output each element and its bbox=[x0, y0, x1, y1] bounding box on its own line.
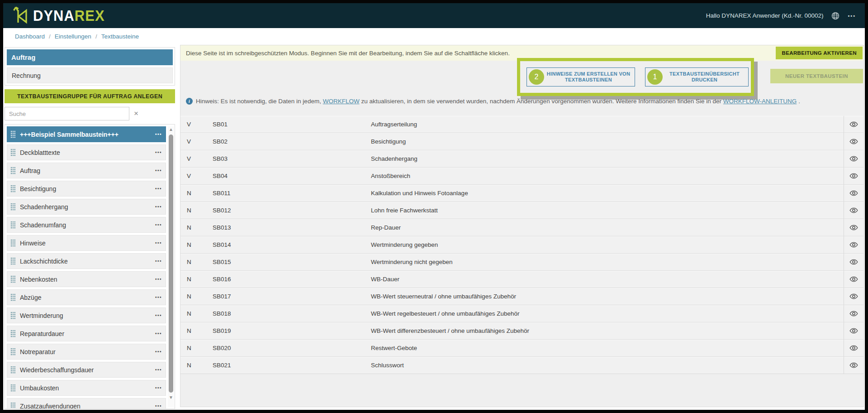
sidebar-list-item[interactable]: Abzüge ••• bbox=[7, 289, 166, 305]
table-row[interactable]: V SB04 Anstoßbereich bbox=[180, 168, 863, 185]
drag-handle-icon[interactable] bbox=[10, 257, 15, 265]
table-row[interactable]: N SB013 Rep-Dauer bbox=[180, 219, 863, 236]
preview-eye-button[interactable] bbox=[844, 340, 863, 356]
preview-eye-button[interactable] bbox=[844, 219, 863, 236]
drag-handle-icon[interactable] bbox=[10, 203, 15, 211]
drag-handle-icon[interactable] bbox=[10, 312, 15, 319]
table-row[interactable]: N SB011 Kalkulation und Hinweis Fotoanla… bbox=[180, 185, 863, 202]
item-options-icon[interactable]: ••• bbox=[155, 349, 162, 354]
preview-eye-button[interactable] bbox=[844, 305, 863, 322]
item-options-icon[interactable]: ••• bbox=[155, 168, 162, 173]
preview-eye-button[interactable] bbox=[844, 271, 863, 288]
drag-handle-icon[interactable] bbox=[10, 149, 15, 156]
breadcrumb-einstellungen[interactable]: Einstellungen bbox=[55, 33, 91, 40]
item-options-icon[interactable]: ••• bbox=[155, 259, 162, 264]
scrollbar-thumb[interactable] bbox=[169, 134, 173, 393]
search-input[interactable] bbox=[5, 107, 129, 120]
table-row[interactable]: N SB021 Schlusswort bbox=[180, 357, 863, 374]
item-options-icon[interactable]: ••• bbox=[155, 240, 162, 245]
sidebar-list-item[interactable]: Wiederbeschaffungsdauer ••• bbox=[7, 362, 166, 378]
language-globe-icon[interactable] bbox=[831, 12, 840, 20]
breadcrumb-textbausteine[interactable]: Textbausteine bbox=[101, 33, 139, 40]
sidebar-list-item[interactable]: Zusatzaufwendungen ••• bbox=[7, 398, 166, 409]
item-options-icon[interactable]: ••• bbox=[155, 385, 162, 390]
table-row[interactable]: N SB014 Wertminderung gegeben bbox=[180, 236, 863, 254]
drag-handle-icon[interactable] bbox=[10, 402, 15, 409]
sidebar-list-item[interactable]: Umbaukosten ••• bbox=[7, 380, 166, 396]
preview-eye-button[interactable] bbox=[844, 116, 863, 133]
drag-handle-icon[interactable] bbox=[10, 185, 15, 192]
clear-search-button[interactable]: × bbox=[129, 107, 143, 120]
item-options-icon[interactable]: ••• bbox=[155, 277, 162, 282]
sidebar-list-item[interactable]: Reparaturdauer ••• bbox=[7, 326, 166, 341]
preview-eye-button[interactable] bbox=[844, 133, 863, 150]
group-selector: Auftrag Rechnung bbox=[5, 47, 175, 86]
scroll-up-icon[interactable]: ▲ bbox=[168, 126, 174, 133]
activate-editing-button[interactable]: Bearbeitung aktivieren bbox=[776, 47, 863, 59]
table-row[interactable]: V SB02 Besichtigung bbox=[180, 133, 863, 150]
sidebar-list-item[interactable]: Schadenumfang ••• bbox=[7, 217, 166, 233]
header-overflow-menu-icon[interactable]: ••• bbox=[848, 13, 856, 19]
sidebar-list-item[interactable]: Hinweise ••• bbox=[7, 235, 166, 251]
drag-handle-icon[interactable] bbox=[10, 275, 15, 283]
sidebar-scrollbar[interactable]: ▲ ▼ bbox=[168, 126, 174, 407]
table-row[interactable]: N SB015 Wertminderung nicht gegeben bbox=[180, 254, 863, 271]
item-options-icon[interactable]: ••• bbox=[155, 222, 162, 227]
drag-handle-icon[interactable] bbox=[10, 239, 15, 247]
sidebar-list-item[interactable]: Nebenkosten ••• bbox=[7, 271, 166, 287]
preview-eye-button[interactable] bbox=[844, 357, 863, 374]
item-options-icon[interactable]: ••• bbox=[155, 204, 162, 209]
table-row[interactable]: V SB01 Auftragserteilung bbox=[180, 116, 863, 133]
sidebar-list-item[interactable]: Besichtigung ••• bbox=[7, 181, 166, 197]
drag-handle-icon[interactable] bbox=[10, 348, 15, 355]
breadcrumb-dashboard[interactable]: Dashboard bbox=[15, 33, 45, 40]
item-options-icon[interactable]: ••• bbox=[155, 132, 162, 137]
item-options-icon[interactable]: ••• bbox=[155, 403, 162, 408]
table-row[interactable]: N SB016 WB-Dauer bbox=[180, 271, 863, 288]
sidebar-list-item[interactable]: Auftrag ••• bbox=[7, 163, 166, 178]
preview-eye-button[interactable] bbox=[844, 254, 863, 270]
table-row[interactable]: N SB017 WB-Wert steuerneutral / ohne umb… bbox=[180, 288, 863, 305]
table-row[interactable]: N SB020 Restwert-Gebote bbox=[180, 340, 863, 357]
preview-eye-button[interactable] bbox=[844, 288, 863, 305]
sidebar-list-item[interactable]: +++Beispiel Sammelbaustein+++ ••• bbox=[7, 126, 166, 142]
table-row[interactable]: N SB018 WB-Wert regelbesteuert / ohne um… bbox=[180, 305, 863, 322]
preview-eye-button[interactable] bbox=[844, 150, 863, 167]
create-textblock-group-button[interactable]: Textbausteingruppe für Auftrag anlegen bbox=[5, 89, 175, 103]
print-textblock-overview-button[interactable]: 1 Textbausteinübersicht drucken bbox=[645, 67, 749, 86]
workflow-link[interactable]: WORKFLOW bbox=[323, 98, 360, 105]
workflow-anleitung-link[interactable]: WORKFLOW-ANLEITUNG bbox=[723, 98, 797, 105]
drag-handle-icon[interactable] bbox=[10, 293, 15, 301]
dynarex-logo[interactable]: DYNAREX bbox=[12, 5, 105, 26]
new-textblock-button[interactable]: Neuer Textbaustein bbox=[770, 69, 863, 83]
preview-eye-button[interactable] bbox=[844, 202, 863, 219]
preview-eye-button[interactable] bbox=[844, 185, 863, 202]
sidebar-list-item[interactable]: Schadenhergang ••• bbox=[7, 199, 166, 215]
drag-handle-icon[interactable] bbox=[10, 330, 15, 337]
item-options-icon[interactable]: ••• bbox=[155, 367, 162, 372]
drag-handle-icon[interactable] bbox=[10, 384, 15, 392]
drag-handle-icon[interactable] bbox=[10, 221, 15, 229]
preview-eye-button[interactable] bbox=[844, 168, 863, 184]
item-options-icon[interactable]: ••• bbox=[155, 295, 162, 300]
table-row[interactable]: N SB019 WB-Wert differenzbesteuert / ohn… bbox=[180, 322, 863, 340]
preview-eye-button[interactable] bbox=[844, 322, 863, 339]
sidebar-list-item[interactable]: Lackschichtdicke ••• bbox=[7, 253, 166, 269]
item-options-icon[interactable]: ••• bbox=[155, 331, 162, 336]
drag-handle-icon[interactable] bbox=[10, 366, 15, 374]
table-row[interactable]: V SB03 Schadenhergang bbox=[180, 150, 863, 168]
drag-handle-icon[interactable] bbox=[10, 167, 15, 174]
item-options-icon[interactable]: ••• bbox=[155, 313, 162, 318]
sidebar-list-item[interactable]: Wertminderung ••• bbox=[7, 307, 166, 323]
drag-handle-icon[interactable] bbox=[10, 130, 15, 138]
preview-eye-button[interactable] bbox=[844, 236, 863, 253]
item-options-icon[interactable]: ••• bbox=[155, 186, 162, 191]
sidebar-group-rechnung[interactable]: Rechnung bbox=[7, 67, 173, 83]
hints-create-textblocks-button[interactable]: 2 Hinweise zum Erstellen von Textbaustei… bbox=[526, 67, 635, 86]
sidebar-list-item[interactable]: Notreparatur ••• bbox=[7, 344, 166, 360]
table-row[interactable]: N SB012 Lohn freie Fachwerkstatt bbox=[180, 202, 863, 219]
sidebar-list-item[interactable]: Deckblatttexte ••• bbox=[7, 144, 166, 160]
item-options-icon[interactable]: ••• bbox=[155, 150, 162, 155]
scroll-down-icon[interactable]: ▼ bbox=[168, 394, 174, 401]
sidebar-group-auftrag[interactable]: Auftrag bbox=[7, 49, 173, 65]
